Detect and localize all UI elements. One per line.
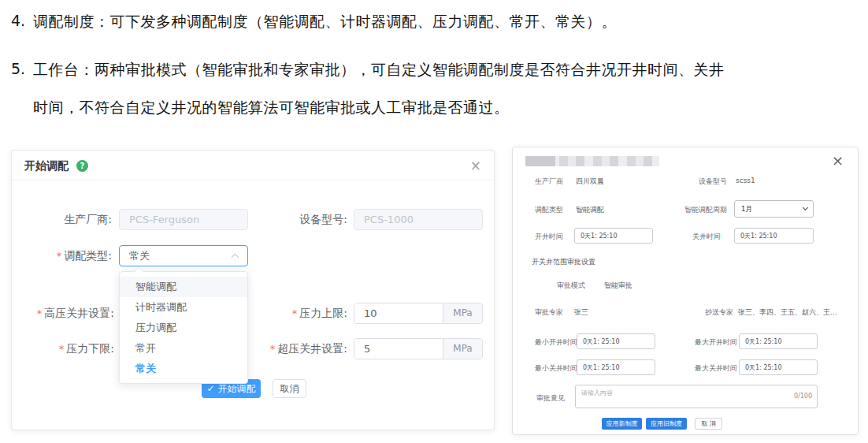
help-icon[interactable]: ? xyxy=(76,160,88,172)
approval-dialog: × 生产厂商 四川双晨 设备型号 scss1 调配类型 智能调配 智能调配周期 … xyxy=(512,147,859,435)
dispatch-type-value: 常关 xyxy=(129,246,150,266)
dropdown-option-always-open[interactable]: 常开 xyxy=(120,338,247,359)
device-model-input xyxy=(354,209,483,230)
doc-item5-number: 5. xyxy=(11,60,25,77)
required-mark: * xyxy=(37,307,43,319)
high-pressure-close-label: *高压关井设置: xyxy=(12,303,114,324)
device-model-value: scss1 xyxy=(736,177,755,184)
approval-mode-label: 审批模式 xyxy=(557,281,585,291)
max-open-time-label: 最大开井时间 xyxy=(670,337,737,348)
min-open-time-label: 最小开井时间 xyxy=(535,337,577,348)
device-model-label: 设备型号: xyxy=(245,209,347,230)
doc-item5-line1: 工作台：两种审批模式（智能审批和专家审批），可自定义智能调配制度是否符合井况开井… xyxy=(33,60,725,80)
required-mark: * xyxy=(270,343,276,355)
smart-cycle-label: 智能调配周期 xyxy=(655,205,727,215)
apply-old-policy-button[interactable]: 应用旧制度 xyxy=(646,418,687,430)
device-model-label: 设备型号 xyxy=(655,177,727,187)
overpressure-close-input[interactable] xyxy=(354,339,443,359)
max-close-time-label: 最大关井时间 xyxy=(670,363,737,374)
open-time-input[interactable] xyxy=(574,228,653,244)
close-icon[interactable]: × xyxy=(832,154,844,168)
chevron-up-icon xyxy=(232,254,239,262)
approval-comment-label: 审批意见 xyxy=(536,393,565,404)
doc-item4-number: 4. xyxy=(11,12,25,29)
manufacturer-label: 生产厂商: xyxy=(12,209,112,230)
manufacturer-label: 生产厂商 xyxy=(535,177,563,187)
smart-cycle-value: 1月 xyxy=(741,201,752,217)
dropdown-option-pressure[interactable]: 压力调配 xyxy=(120,318,247,338)
dispatch-type-label-text: 调配类型: xyxy=(64,249,112,262)
dropdown-arrow xyxy=(134,266,144,277)
overpressure-close-label: *超压关井设置: xyxy=(245,338,347,359)
dispatch-type-value: 智能调配 xyxy=(576,205,604,215)
pressure-upper-input[interactable] xyxy=(354,303,443,323)
char-counter: 0/100 xyxy=(794,393,812,400)
dispatch-type-label: *调配类型: xyxy=(12,245,112,266)
approval-comment-input[interactable] xyxy=(576,385,817,408)
pressure-upper-label-text: 压力上限: xyxy=(299,307,347,319)
min-close-time-label: 最小关井时间 xyxy=(535,363,577,374)
cc-expert-label: 抄送专家 xyxy=(670,307,733,318)
doc-item4-text: 调配制度：可下发多种调配制度（智能调配、计时器调配、压力调配、常开、常关）。 xyxy=(33,12,617,32)
smart-cycle-select[interactable]: 1月 xyxy=(734,200,814,218)
manufacturer-input xyxy=(119,209,248,230)
open-time-label: 开井时间 xyxy=(535,232,563,242)
approval-expert-label: 审批专家 xyxy=(535,307,563,318)
redacted-title-mosaic xyxy=(525,156,659,166)
section-title: 开关井范围审批设置 xyxy=(532,257,595,267)
approval-mode-value: 智能审批 xyxy=(604,281,632,291)
start-dispatch-dialog: 开始调配 ? × 生产厂商: 设备型号: *调配类型: 常关 *高压关井设置: … xyxy=(11,150,495,430)
apply-new-policy-button[interactable]: 应用新制度 xyxy=(602,418,642,430)
mpa-unit-label: MPa xyxy=(443,339,482,359)
overpressure-close-label-text: 超压关井设置: xyxy=(277,342,347,355)
dialog-title: 开始调配 xyxy=(24,151,69,181)
mpa-unit-label: MPa xyxy=(443,303,482,323)
cc-expert-value: 张三、李四、王五、赵六、王... xyxy=(738,307,837,318)
required-mark: * xyxy=(59,343,65,355)
pressure-upper-group: MPa xyxy=(354,303,483,324)
approval-comment-box: 0/100 xyxy=(575,385,818,408)
required-mark: * xyxy=(57,250,62,262)
dropdown-option-always-closed[interactable]: 常关 xyxy=(120,359,247,379)
close-time-label: 关井时间 xyxy=(655,232,721,242)
min-open-time-input[interactable] xyxy=(577,333,655,349)
min-close-time-input[interactable] xyxy=(577,359,655,375)
max-open-time-input[interactable] xyxy=(739,333,818,349)
high-pressure-close-label-text: 高压关井设置: xyxy=(44,307,114,319)
dispatch-type-dropdown: 智能调配 计时器调配 压力调配 常开 常关 xyxy=(119,271,248,384)
dispatch-type-select[interactable]: 常关 xyxy=(119,245,248,266)
doc-item5-line2: 时间，不符合自定义井况的智能算法可智能审批或人工审批是否通过。 xyxy=(33,98,510,118)
pressure-lower-label: *压力下限: xyxy=(12,338,114,359)
required-mark: * xyxy=(292,307,298,319)
dialog-header: 开始调配 ? × xyxy=(12,151,494,181)
max-close-time-input[interactable] xyxy=(739,359,818,375)
start-dispatch-button-label: 开始调配 xyxy=(218,382,256,396)
approval-expert-value: 张三 xyxy=(574,307,588,318)
dropdown-option-timer[interactable]: 计时器调配 xyxy=(120,297,247,318)
close-time-input[interactable] xyxy=(734,228,814,244)
chevron-down-icon xyxy=(803,205,808,210)
close-icon[interactable]: × xyxy=(470,159,481,173)
pressure-lower-label-text: 压力下限: xyxy=(66,342,114,355)
dispatch-type-label: 调配类型 xyxy=(535,205,563,215)
manufacturer-value: 四川双晨 xyxy=(576,177,604,187)
cancel-button[interactable]: 取消 xyxy=(273,379,306,398)
overpressure-close-group: MPa xyxy=(354,338,483,359)
check-icon: ✓ xyxy=(206,383,214,394)
dropdown-option-smart[interactable]: 智能调配 xyxy=(120,277,247,297)
cancel-button[interactable]: 取 消 xyxy=(695,418,722,430)
pressure-upper-label: *压力上限: xyxy=(245,303,347,324)
